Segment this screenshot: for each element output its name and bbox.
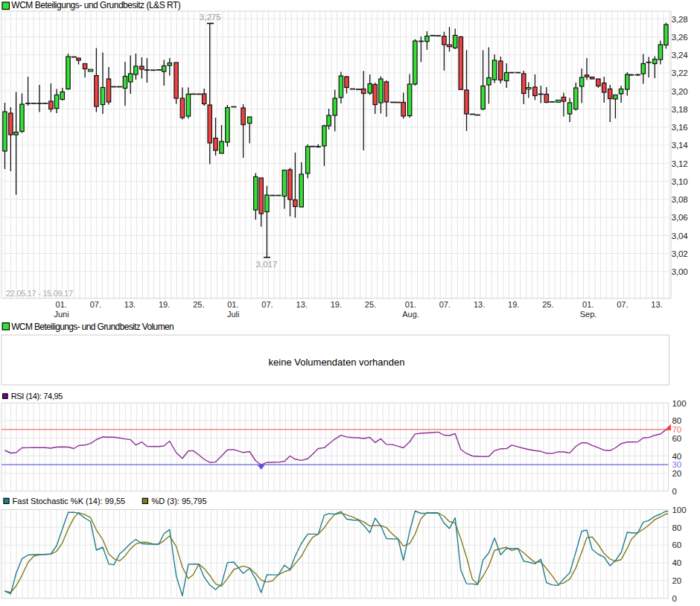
svg-text:19.: 19. [159, 300, 170, 309]
svg-text:WCM Beteiligungs- und Grundbes: WCM Beteiligungs- und Grundbesitz Volume… [11, 322, 174, 332]
svg-text:3,10: 3,10 [672, 177, 688, 186]
svg-text:13.: 13. [296, 300, 308, 309]
svg-text:3,06: 3,06 [672, 213, 688, 222]
svg-text:keine Volumendaten vorhanden: keine Volumendaten vorhanden [269, 357, 405, 368]
svg-text:01.: 01. [56, 300, 67, 309]
svg-text:07.: 07. [90, 300, 101, 309]
svg-text:60: 60 [672, 434, 681, 443]
svg-text:Sep.: Sep. [580, 310, 597, 319]
svg-text:3,24: 3,24 [672, 51, 688, 60]
svg-text:3,017: 3,017 [256, 260, 278, 269]
svg-text:80: 80 [672, 523, 681, 532]
svg-text:07.: 07. [261, 300, 273, 309]
svg-text:01.: 01. [227, 300, 238, 309]
svg-text:70: 70 [672, 425, 681, 434]
svg-text:3,22: 3,22 [672, 68, 688, 77]
svg-text:07.: 07. [439, 300, 451, 309]
svg-text:3,18: 3,18 [672, 105, 688, 114]
svg-text:13.: 13. [474, 300, 485, 309]
svg-text:22.05.17 - 15.09.17: 22.05.17 - 15.09.17 [6, 289, 73, 298]
svg-text:0: 0 [672, 487, 676, 496]
svg-text:3,02: 3,02 [672, 249, 688, 258]
svg-text:3,20: 3,20 [672, 87, 688, 96]
svg-text:3,275: 3,275 [200, 13, 221, 22]
svg-text:3,12: 3,12 [672, 159, 688, 168]
svg-text:3,08: 3,08 [672, 195, 688, 204]
svg-text:3,04: 3,04 [672, 232, 688, 240]
svg-text:3,00: 3,00 [672, 267, 688, 276]
svg-text:3,28: 3,28 [672, 15, 688, 24]
svg-text:60: 60 [672, 540, 681, 549]
svg-text:25.: 25. [542, 300, 553, 309]
svg-text:Juli: Juli [227, 310, 240, 319]
svg-text:80: 80 [672, 416, 681, 425]
svg-text:25.: 25. [193, 300, 204, 309]
svg-text:%D (3): 95,795: %D (3): 95,795 [152, 497, 207, 505]
svg-text:100: 100 [672, 505, 686, 514]
svg-text:100: 100 [672, 399, 686, 408]
svg-text:Juni: Juni [54, 310, 69, 319]
svg-text:01.: 01. [405, 300, 416, 309]
svg-text:Fast Stochastic %K (14): 99,55: Fast Stochastic %K (14): 99,55 [13, 497, 126, 505]
svg-text:20: 20 [672, 576, 681, 585]
svg-text:07.: 07. [617, 300, 628, 309]
svg-text:13.: 13. [651, 300, 662, 309]
svg-text:25.: 25. [365, 300, 376, 309]
svg-text:13.: 13. [124, 300, 136, 309]
svg-text:30: 30 [672, 460, 681, 469]
svg-text:40: 40 [672, 558, 681, 567]
svg-text:01.: 01. [582, 300, 594, 309]
svg-text:3,14: 3,14 [672, 141, 688, 150]
svg-text:0: 0 [672, 594, 676, 603]
svg-text:40: 40 [672, 452, 681, 461]
svg-text:WCM Beteiligungs- und Grundbes: WCM Beteiligungs- und Grundbesitz (L&S R… [11, 0, 181, 10]
svg-text:Aug.: Aug. [402, 310, 419, 319]
svg-text:19.: 19. [331, 300, 342, 309]
svg-text:3,16: 3,16 [672, 123, 688, 132]
svg-text:19.: 19. [508, 300, 519, 309]
svg-text:3,26: 3,26 [672, 33, 688, 42]
svg-text:20: 20 [672, 469, 681, 478]
svg-text:RSI (14): 74,95: RSI (14): 74,95 [11, 392, 63, 401]
